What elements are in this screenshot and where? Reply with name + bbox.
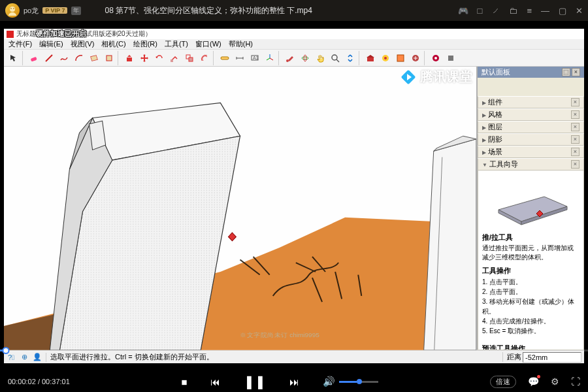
text-tool-icon[interactable]: A1 — [248, 51, 262, 65]
instructor-content: 推/拉工具 通过推拉平面图元，从而增加或减少三维模型的体积。 工具操作 1. 点… — [478, 171, 584, 350]
menu-view[interactable]: 视图(V) — [67, 39, 98, 49]
svg-rect-9 — [221, 57, 229, 59]
vcb-input[interactable] — [523, 352, 581, 363]
freehand-tool-icon[interactable] — [57, 51, 71, 65]
orbit-tool-icon[interactable] — [298, 51, 312, 65]
svg-point-2 — [13, 8, 14, 9]
fullscreen-icon[interactable]: ⛶ — [571, 376, 580, 387]
vip-badge: P VIP 7 — [42, 7, 67, 14]
prev-button[interactable]: ⏮ — [210, 376, 220, 387]
stop-button[interactable]: ■ — [181, 376, 187, 387]
svg-point-12 — [286, 59, 289, 62]
volume-control[interactable]: 🔊 — [323, 376, 378, 387]
menu-edit[interactable]: 编辑(E) — [36, 39, 67, 49]
menu-draw[interactable]: 绘图(R) — [130, 39, 161, 49]
panel-close-icon[interactable]: × — [571, 123, 580, 131]
gamepad-icon[interactable]: 🎮 — [458, 6, 468, 16]
rect-tool-icon[interactable] — [87, 51, 101, 65]
speed-button[interactable]: 倍速 — [490, 376, 516, 388]
window-controls: 🎮 □ ⟋ 🗀 ≡ — ▢ ✕ — [458, 6, 583, 16]
panel-close-icon[interactable]: × — [571, 135, 580, 144]
arc-tool-icon[interactable] — [72, 51, 86, 65]
menu-tools[interactable]: 工具(T) — [161, 39, 191, 49]
paint-tool-icon[interactable] — [283, 51, 297, 65]
svg-rect-3 — [31, 56, 37, 61]
move-tool-icon[interactable] — [137, 51, 152, 65]
rotate-tool-icon[interactable] — [152, 51, 167, 65]
maximize-icon[interactable]: ▢ — [559, 6, 566, 16]
status-user-icon[interactable]: 👤 — [33, 353, 42, 362]
player-controls: 00:00:02 / 00:37:01 ■ ⏮ ❚❚ ⏭ 🔊 倍速 💬 ⚙ ⛶ — [0, 371, 588, 392]
folder-icon[interactable]: 🗀 — [509, 6, 517, 16]
svg-point-1 — [10, 8, 12, 9]
svg-point-0 — [10, 7, 15, 12]
zoom-extents-icon[interactable] — [343, 51, 357, 65]
panel-styles[interactable]: ▶风格× — [478, 108, 584, 121]
menu-camera[interactable]: 相机(C) — [98, 39, 129, 49]
warehouse-icon[interactable] — [363, 51, 378, 65]
settings-icon[interactable]: ⚙ — [551, 376, 559, 387]
offset-tool-icon[interactable] — [197, 51, 212, 65]
close-icon[interactable]: ✕ — [576, 6, 583, 16]
mini-window-icon[interactable]: □ — [478, 6, 483, 16]
followme-tool-icon[interactable] — [167, 51, 182, 65]
menu-help[interactable]: 帮助(H) — [225, 39, 256, 49]
instructor-steps: 1. 点击平面。 2. 点击平面。 3. 移动光标可创建（或减少）体积。 4. … — [482, 277, 580, 336]
menu-file[interactable]: 文件(F) — [5, 39, 35, 49]
panel-shadows[interactable]: ▶阴影× — [478, 133, 584, 146]
pushpull-tool-icon[interactable] — [122, 51, 137, 65]
panel-close-icon[interactable]: × — [571, 98, 580, 106]
rotrect-tool-icon[interactable] — [102, 51, 116, 65]
status-geo-icon[interactable]: ⊕ — [20, 353, 29, 362]
svg-rect-19 — [397, 55, 404, 61]
panel-scenes[interactable]: ▶场景× — [478, 146, 584, 158]
player-titlebar: po龙 P VIP 7 年 08 第7节、强化空间分区轴线定义；弥补功能的整性 … — [0, 0, 588, 21]
panel-close-icon[interactable]: × — [571, 148, 580, 156]
user-avatar[interactable] — [5, 3, 20, 18]
tray-pin-icon[interactable]: ⬚ — [562, 68, 570, 76]
svg-point-18 — [384, 57, 387, 59]
layout-icon[interactable] — [393, 51, 408, 65]
progress-track[interactable] — [0, 350, 588, 351]
panel-layers[interactable]: ▶图层× — [478, 121, 584, 133]
default-tray: 默认面板 ⬚× ▶组件× ▶风格× ▶图层× ▶阴影× ▶场景× ▼工具向导× — [476, 67, 584, 350]
zoom-tool-icon[interactable] — [328, 51, 342, 65]
panel-instructor[interactable]: ▼工具向导× — [478, 158, 584, 171]
subtitle-icon[interactable]: 💬 — [528, 376, 539, 387]
next-button[interactable]: ⏭ — [289, 376, 299, 387]
axes-tool-icon[interactable] — [263, 51, 277, 65]
select-tool-icon[interactable] — [7, 51, 21, 65]
plugin-a-icon[interactable] — [429, 51, 443, 65]
pin-icon[interactable]: ⟋ — [491, 6, 500, 16]
minimize-icon[interactable]: — — [541, 6, 549, 16]
viewport-watermark: ※文字院尚未订 chimi9995 — [240, 331, 319, 338]
menu-icon[interactable]: ≡ — [527, 6, 532, 16]
panel-close-icon[interactable]: × — [571, 160, 580, 169]
ext-manager-icon[interactable] — [408, 51, 423, 65]
dimension-tool-icon[interactable] — [233, 51, 247, 65]
tray-close-icon[interactable]: × — [572, 68, 580, 76]
instructor-tool-desc: 通过推拉平面图元，从而增加或减少三维模型的体积。 — [482, 244, 580, 262]
volume-icon[interactable]: 🔊 — [323, 376, 335, 387]
line-tool-icon[interactable] — [42, 51, 56, 65]
extensions-icon[interactable] — [378, 51, 393, 65]
scale-tool-icon[interactable] — [182, 51, 197, 65]
su-titlebar: 无标题 硬件加速已开启 硬件加速已开启 试用版还剩20天过期） — [4, 29, 584, 39]
svg-rect-8 — [189, 57, 193, 61]
tape-tool-icon[interactable] — [218, 51, 232, 65]
panel-components[interactable]: ▶组件× — [478, 96, 584, 108]
tray-header[interactable]: 默认面板 ⬚× — [478, 67, 584, 78]
panel-close-icon[interactable]: × — [571, 110, 580, 119]
su-viewport[interactable]: ※文字院尚未订 chimi9995 腾讯课堂 — [4, 67, 476, 350]
volume-track[interactable] — [339, 381, 378, 383]
su-logo-icon — [7, 31, 14, 38]
svg-rect-23 — [448, 56, 453, 61]
status-help-icon[interactable]: ?⃝ — [7, 353, 16, 362]
progress-knob[interactable] — [3, 347, 10, 354]
pause-button[interactable]: ❚❚ — [244, 374, 266, 389]
eraser-tool-icon[interactable] — [27, 51, 41, 65]
svg-point-15 — [332, 55, 337, 60]
plugin-b-icon[interactable] — [444, 51, 458, 65]
menu-window[interactable]: 窗口(W) — [192, 39, 225, 49]
pan-tool-icon[interactable] — [313, 51, 327, 65]
